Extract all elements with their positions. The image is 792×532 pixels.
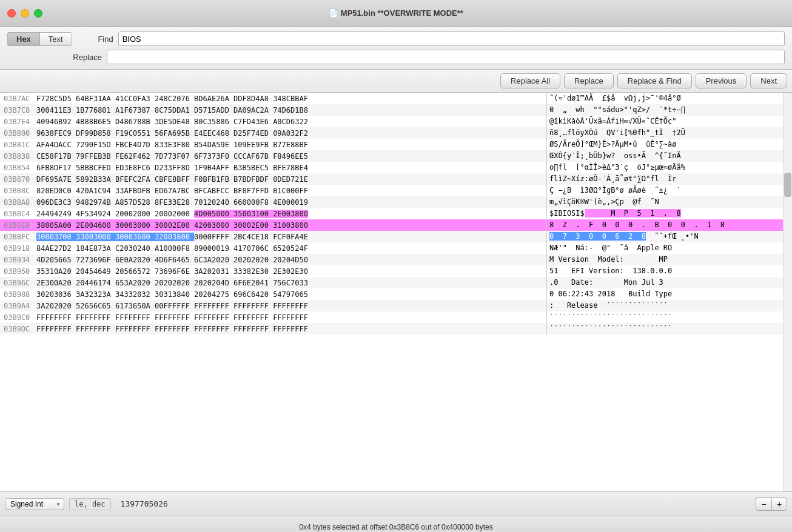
replace-label: Replace (65, 53, 102, 62)
text-row: 8 Z . F 0 0 0 . B 0 0 . 1 8 (547, 219, 783, 231)
text-row: 0 „ wh °°sádu>°'qZ>/ ¨*t÷−∏ (547, 104, 783, 116)
hex-cell: 9638FEC9 DF99D858 F19C0551 56FA695B E4EE… (36, 129, 546, 138)
traffic-lights (7, 9, 42, 18)
table-row: 03B7C8 300411E3 1B776801 A1F67387 8C75DD… (0, 104, 546, 116)
text-row: flìZ~Xíz:øÔ-˙À¸ā˚øt°∑Ω°fl Ìr (547, 173, 783, 185)
table-row: 03B918 84AE27D2 184E873A C2030240 A10000… (0, 242, 546, 254)
find-input[interactable] (118, 32, 785, 46)
addr-cell: 03B870 (0, 175, 36, 184)
text-row: ˙˙˙˙˙˙˙˙˙˙˙˙˙˙˙˙˙˙˙˙˙˙˙˙˙˙˙˙ (547, 323, 783, 334)
hex-button[interactable]: Hex (7, 32, 39, 46)
addr-cell: 03B934 (0, 256, 36, 264)
text-row: ŒXÒ{y˙Î;¸bÜb}w? oss•Ã ^{˜InÄ (547, 150, 783, 162)
text-button[interactable]: Text (39, 32, 72, 46)
hex-cell: 30203036 3A32323A 34332032 30313840 2020… (36, 290, 546, 299)
hex-cell: 24494249 4F534924 20002000 20002000 4D00… (36, 210, 546, 218)
table-row: 03B81C AFA4DACC 7290F15D FBCE4D7D 833E3F… (0, 139, 546, 150)
hex-text-toggle: Hex Text (7, 32, 72, 46)
addr-cell: 03B8A8 (0, 198, 36, 207)
addr-cell: 03B918 (0, 244, 36, 253)
hex-cell: 84AE27D2 184E873A C2030240 A10000F8 8900… (36, 244, 546, 253)
hex-cell: DF695A7E 5892B33A BFEFC2FA CBFE8BFF F0BF… (36, 175, 546, 184)
hex-cell: 30003700 33003000 30003600 32003800 0000… (36, 233, 546, 241)
addr-cell: 03B7AC (0, 95, 36, 103)
titlebar: 📄 MP51.bin **OVERWRITE MODE** (0, 0, 792, 27)
table-row: 03B9A4 3A202020 52656C65 6173650A 00FFFF… (0, 300, 546, 311)
hex-cell: 38005A00 2E004600 30003000 30002E00 4200… (36, 221, 546, 230)
find-label: Find (77, 35, 113, 44)
table-row: 03B800 9638FEC9 DF99D858 F19C0551 56FA69… (0, 127, 546, 139)
hex-cell: 2E300A20 20446174 653A2020 20202020 2020… (36, 279, 546, 287)
addr-cell: 03B8E0 (0, 221, 36, 230)
table-row: 03B96C 2E300A20 20446174 653A2020 202020… (0, 277, 546, 288)
text-row: m„√ìÇöK®W'(è„,>Çp @f ˜N (547, 196, 783, 208)
addr-cell: 03B9A4 (0, 302, 36, 310)
addr-cell: 03B8FC (0, 233, 36, 241)
text-row: .0 Date: Mon Jul 3 (547, 277, 783, 288)
scrollbar[interactable] (783, 93, 792, 491)
table-row: 03B88C 820ED0C0 420A1C94 33AFBDFB ED67A7… (0, 185, 546, 196)
text-row: ñ8¸…flöyXÒú QV'i[%0fh"_tÌ †2Û (547, 127, 783, 139)
replace-button[interactable]: Replace (564, 73, 614, 88)
status-bar: 0x4 bytes selected at offset 0x3B8C6 out… (0, 516, 792, 532)
window-title: 📄 MP51.bin **OVERWRITE MODE** (329, 8, 463, 18)
text-row: o∏fl [°αÌÎ>èΔ"3˙ç öJ°≥μœ≈øÄã% (547, 162, 783, 173)
hex-cell: 096DE3C3 9482974B A857D528 8FE33E28 7012… (36, 198, 546, 207)
minimize-button[interactable] (21, 9, 29, 18)
next-button[interactable]: Next (750, 73, 787, 88)
text-row: Ç −¿B î3ØΩ°ÌgB°ø øÃøè ˜±¿ ˙ (547, 185, 783, 196)
replace-find-button[interactable]: Replace & Find (617, 73, 692, 88)
hex-text-split: 03B7AC F728C5D5 64BF31AA 41CC0FA3 248C20… (0, 93, 783, 334)
table-row: 03B8C4 24494249 4F534924 20002000 200020… (0, 208, 546, 219)
replace-bar: Replace (7, 50, 785, 64)
toolbar: Hex Text Find Replace (0, 27, 792, 70)
table-row: 03B8FC 30003700 33003000 30003600 320038… (0, 231, 546, 242)
addr-cell: 03B9DC (0, 325, 36, 333)
addr-cell: 03B838 (0, 152, 36, 161)
inspector-bar: Signed Int Unsigned Int Float le, dec 13… (0, 491, 792, 516)
hex-cell: 35310A20 20454649 20566572 73696F6E 3A20… (36, 267, 546, 276)
addr-cell: 03B854 (0, 164, 36, 172)
replace-input[interactable] (107, 50, 785, 64)
hex-cell: AFA4DACC 7290F15D FBCE4D7D 833E3F80 B54D… (36, 141, 546, 149)
text-row: @îkìKàòÄ'Üxã=ÁfiH∞√XÜ«˜CÊ†Õc" (547, 116, 783, 127)
close-button[interactable] (7, 9, 16, 18)
scroll-thumb[interactable] (784, 173, 791, 197)
addr-cell: 03B81C (0, 141, 36, 149)
text-row: 51 EFI Version: 138.0.0.0 (547, 265, 783, 277)
hex-content[interactable]: 03B7AC F728C5D5 64BF31AA 41CC0FA3 248C20… (0, 93, 792, 491)
decrement-button[interactable]: − (756, 497, 771, 511)
hex-cell: CE58F17B 79FFEB3B FE62F462 7D773F07 6F73… (36, 152, 546, 161)
hex-cell: 40946B92 4B88B6E5 D486788B 3DE5DE48 B0C3… (36, 118, 546, 126)
addr-cell: 03B88C (0, 187, 36, 195)
increment-button[interactable]: + (771, 497, 787, 511)
action-bar: Replace All Replace Replace & Find Previ… (0, 70, 792, 93)
title-icon: 📄 (329, 8, 341, 18)
hex-rows-container[interactable]: 03B7AC F728C5D5 64BF31AA 41CC0FA3 248C20… (0, 93, 783, 491)
text-row: 0 06:22:43 2018 Build Type (547, 288, 783, 300)
replace-all-button[interactable]: Replace All (500, 73, 560, 88)
text-row: NÆ'" Ná:- @° ˜â Apple RO (547, 242, 783, 254)
format-display: le, dec (69, 498, 111, 510)
addr-cell: 03B800 (0, 129, 36, 138)
text-panel: ˜(≈'dø1™AÃ £$å vΩj,j>¯'®4å°Ø 0 „ wh °°sá… (546, 93, 783, 334)
hex-cell: 3A202020 52656C65 6173650A 00FFFFFF FFFF… (36, 302, 546, 310)
table-row: 03B950 35310A20 20454649 20566572 73696F… (0, 265, 546, 277)
hex-cell: 4D205665 7273696F 6E0A2020 4D6F6465 6C3A… (36, 256, 546, 264)
table-row: 03B870 DF695A7E 5892B33A BFEFC2FA CBFE8B… (0, 173, 546, 185)
text-row: ˙˙˙˙˙˙˙˙˙˙˙˙˙˙˙˙˙˙˙˙˙˙˙˙˙˙˙˙ (547, 311, 783, 323)
table-row: 03B838 CE58F17B 79FFEB3B FE62F462 7D773F… (0, 150, 546, 162)
type-selector-wrapper: Signed Int Unsigned Int Float (5, 498, 64, 510)
table-row: 03B934 4D205665 7273696F 6E0A2020 4D6F64… (0, 254, 546, 265)
text-row: : Release ˙˙˙˙˙˙˙˙˙˙˙˙˙˙ (547, 300, 783, 311)
type-selector[interactable]: Signed Int Unsigned Int Float (5, 498, 64, 510)
addr-cell: 03B7E4 (0, 118, 36, 126)
maximize-button[interactable] (34, 9, 42, 18)
previous-button[interactable]: Previous (696, 73, 747, 88)
table-row: 03B9C0 FFFFFFFF FFFFFFFF FFFFFFFF FFFFFF… (0, 311, 546, 323)
addr-cell: 03B9C0 (0, 313, 36, 322)
table-row: 03B988 30203036 3A32323A 34332032 303138… (0, 288, 546, 300)
hex-cell: FFFFFFFF FFFFFFFF FFFFFFFF FFFFFFFF FFFF… (36, 313, 546, 322)
hex-cell: 820ED0C0 420A1C94 33AFBDFB ED67A7BC BFCA… (36, 187, 546, 195)
hex-columns: 03B7AC F728C5D5 64BF31AA 41CC0FA3 248C20… (0, 93, 546, 334)
